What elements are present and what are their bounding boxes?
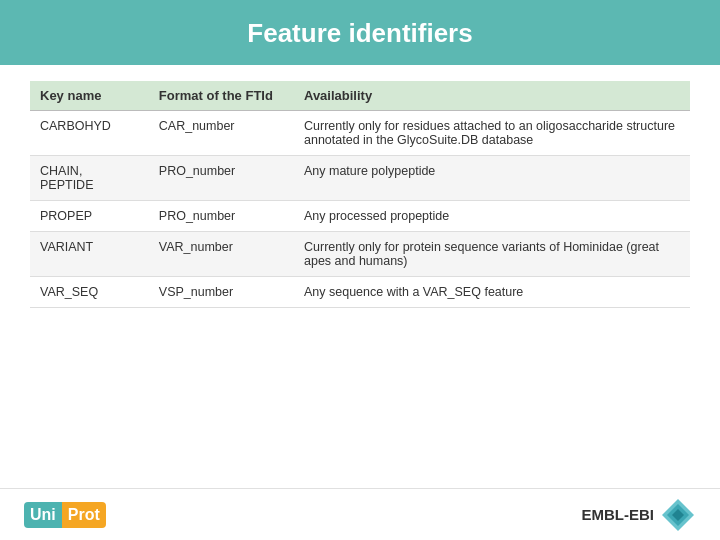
cell-format: VAR_number	[149, 232, 294, 277]
table-row: VARIANTVAR_numberCurrently only for prot…	[30, 232, 690, 277]
page-title: Feature identifiers	[30, 18, 690, 49]
table-row: PROPEPPRO_numberAny processed propeptide	[30, 201, 690, 232]
cell-format: VSP_number	[149, 277, 294, 308]
cell-format: PRO_number	[149, 156, 294, 201]
cell-key: PROPEP	[30, 201, 149, 232]
embl-diamond-icon	[660, 497, 696, 533]
cell-availability: Currently only for residues attached to …	[294, 111, 690, 156]
table-row: CHAIN, PEPTIDEPRO_numberAny mature polyp…	[30, 156, 690, 201]
page: Feature identifiers Key name Format of t…	[0, 0, 720, 540]
cell-availability: Any sequence with a VAR_SEQ feature	[294, 277, 690, 308]
main-content: Key name Format of the FTId Availability…	[0, 65, 720, 488]
table-row: VAR_SEQVSP_numberAny sequence with a VAR…	[30, 277, 690, 308]
col-header-availability: Availability	[294, 81, 690, 111]
col-header-format: Format of the FTId	[149, 81, 294, 111]
table-row: CARBOHYDCAR_numberCurrently only for res…	[30, 111, 690, 156]
feature-table: Key name Format of the FTId Availability…	[30, 81, 690, 308]
embl-text: EMBL-EBI	[582, 506, 655, 523]
cell-key: VAR_SEQ	[30, 277, 149, 308]
cell-key: CHAIN, PEPTIDE	[30, 156, 149, 201]
table-header-row: Key name Format of the FTId Availability	[30, 81, 690, 111]
cell-format: PRO_number	[149, 201, 294, 232]
header: Feature identifiers	[0, 0, 720, 65]
cell-availability: Currently only for protein sequence vari…	[294, 232, 690, 277]
cell-availability: Any mature polypeptide	[294, 156, 690, 201]
cell-availability: Any processed propeptide	[294, 201, 690, 232]
uniprot-prot-text: Prot	[62, 502, 106, 528]
cell-key: CARBOHYD	[30, 111, 149, 156]
uniprot-uni-text: Uni	[24, 502, 62, 528]
uniprot-logo: UniProt	[24, 502, 106, 528]
cell-format: CAR_number	[149, 111, 294, 156]
col-header-key: Key name	[30, 81, 149, 111]
footer: UniProt EMBL-EBI	[0, 488, 720, 540]
embl-ebi-logo: EMBL-EBI	[582, 497, 697, 533]
cell-key: VARIANT	[30, 232, 149, 277]
